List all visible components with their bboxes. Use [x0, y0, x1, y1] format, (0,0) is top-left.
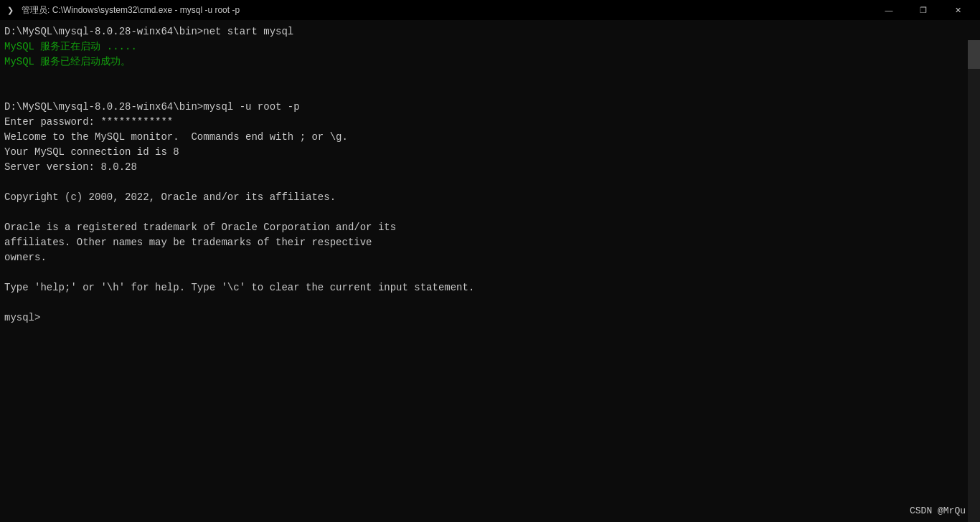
cmd-line-14: Oracle is a registered trademark of Orac…	[4, 222, 396, 233]
cmd-line-3: MySQL 服务已经启动成功。	[4, 56, 131, 67]
title-bar-left: ❯ 管理员: C:\Windows\system32\cmd.exe - mys…	[6, 4, 240, 16]
cmd-line-10: Server version: 8.0.28	[4, 161, 137, 173]
scrollbar-thumb[interactable]	[968, 40, 980, 69]
cmd-line-8: Welcome to the MySQL monitor. Commands e…	[4, 131, 348, 143]
cmd-line-12: Copyright (c) 2000, 2022, Oracle and/or …	[4, 191, 336, 203]
cmd-line-9: Your MySQL connection id is 8	[4, 146, 179, 158]
maximize-button[interactable]: ❐	[907, 0, 940, 20]
cmd-prompt[interactable]: mysql>	[4, 312, 47, 323]
cmd-line-6: D:\MySQL\mysql-8.0.28-winx64\bin>mysql -…	[4, 101, 300, 113]
watermark: CSDN @MrQu	[910, 506, 966, 516]
cmd-line-16: owners.	[4, 252, 47, 263]
minimize-button[interactable]: —	[872, 0, 905, 20]
terminal-output: D:\MySQL\mysql-8.0.28-winx64\bin>net sta…	[4, 24, 966, 326]
title-bar-controls: — ❐ ✕	[872, 0, 974, 20]
cmd-line-15: affiliates. Other names may be trademark…	[4, 237, 372, 248]
cmd-line-1: D:\MySQL\mysql-8.0.28-winx64\bin>net sta…	[4, 26, 293, 37]
cmd-window: ❯ 管理员: C:\Windows\system32\cmd.exe - mys…	[0, 0, 980, 522]
cmd-line-7: Enter password: ************	[4, 116, 173, 128]
terminal-content: D:\MySQL\mysql-8.0.28-winx64\bin>net sta…	[0, 20, 980, 522]
cmd-line-2: MySQL 服务正在启动 .....	[4, 41, 137, 52]
scrollbar-track[interactable]	[968, 40, 980, 522]
cmd-icon: ❯	[6, 4, 17, 16]
cmd-line-18: Type 'help;' or '\h' for help. Type '\c'…	[4, 282, 474, 293]
window-title: 管理员: C:\Windows\system32\cmd.exe - mysql…	[22, 4, 240, 16]
svg-text:❯: ❯	[7, 6, 14, 15]
title-bar: ❯ 管理员: C:\Windows\system32\cmd.exe - mys…	[0, 0, 980, 20]
close-button[interactable]: ✕	[941, 0, 974, 20]
